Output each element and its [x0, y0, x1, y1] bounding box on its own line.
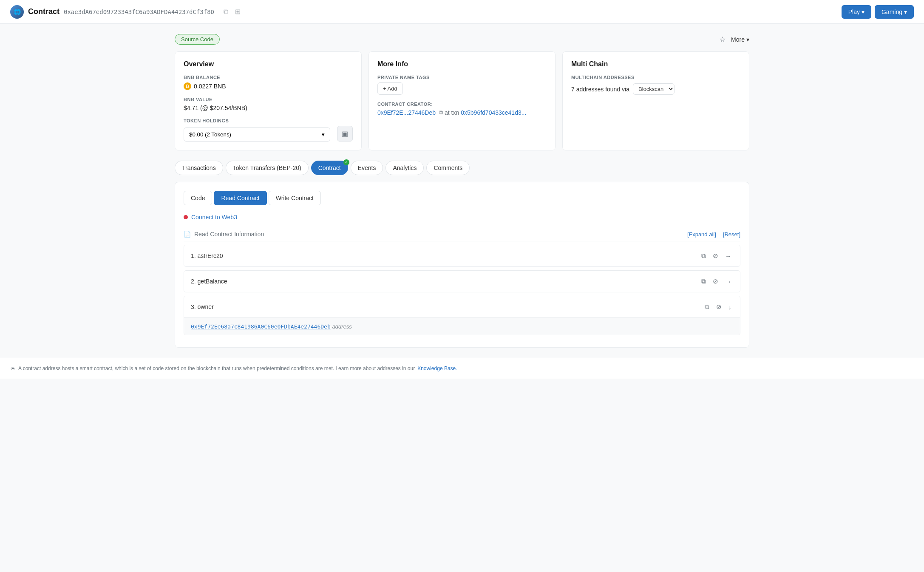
creator-address-link[interactable]: 0x9Ef72E...27446Deb: [377, 109, 436, 116]
qr-code-button[interactable]: ⊞: [233, 6, 242, 17]
main-content: Source Code ☆ More ▾ Overview BNB BALANC…: [164, 24, 760, 358]
play-button[interactable]: Play ▾: [842, 5, 871, 19]
footer-text: A contract address hosts a smart contrac…: [18, 365, 415, 371]
overview-title: Overview: [184, 60, 353, 68]
txn-address-link[interactable]: 0x5b96fd70433ce41d3...: [461, 109, 526, 116]
sub-tab-code[interactable]: Code: [184, 191, 212, 205]
tab-contract[interactable]: Contract ✓: [311, 161, 348, 175]
contract-section: Code Read Contract Write Contract Connec…: [175, 182, 749, 348]
source-code-badge[interactable]: Source Code: [175, 34, 220, 45]
contract-item-2-link[interactable]: ⊘: [711, 277, 720, 286]
more-info-title: More Info: [377, 60, 547, 68]
header-right: Play ▾ Gaming ▾: [842, 5, 914, 19]
contract-item-2-actions: ⧉ ⊘ →: [700, 277, 733, 286]
bnb-value-label: BNB VALUE: [184, 97, 353, 102]
token-holdings-row: $0.00 (2 Tokens) ▾ ▣: [184, 126, 353, 142]
contract-verified-icon: ✓: [343, 159, 349, 165]
multi-chain-card: Multi Chain MULTICHAIN ADDRESSES 7 addre…: [562, 51, 749, 150]
contract-item-1: 1. astrErc20 ⧉ ⊘ →: [184, 245, 740, 267]
wallet-icon-button[interactable]: ▣: [337, 126, 353, 142]
contract-item-3-name: 3. owner: [191, 303, 214, 310]
gaming-button[interactable]: Gaming ▾: [875, 5, 914, 19]
add-private-name-button[interactable]: + Add: [377, 82, 403, 95]
contract-item-1-link[interactable]: ⊘: [711, 251, 720, 261]
contract-item-3-actions: ⧉ ⊘ ↓: [703, 302, 734, 311]
creator-copy-icon[interactable]: ⧉: [439, 109, 443, 116]
star-button[interactable]: ☆: [719, 35, 726, 44]
sub-tab-write-contract[interactable]: Write Contract: [269, 191, 321, 205]
multichain-row: 7 addresses found via Blockscan: [571, 83, 740, 95]
addresses-found-text: 7 addresses found via: [571, 86, 629, 93]
address-label: address: [332, 323, 352, 330]
contract-item-1-expand[interactable]: →: [723, 252, 733, 261]
contract-item-2-expand[interactable]: →: [723, 277, 733, 286]
page-title: Contract: [28, 7, 60, 16]
header-left: 🌐 Contract 0xae3dA67ed09723343fC6a93ADFD…: [10, 5, 242, 19]
contract-creator-label: CONTRACT CREATOR:: [377, 102, 547, 107]
tabs-row: Transactions Token Transfers (BEP-20) Co…: [175, 161, 749, 175]
footer-icon: ☀: [10, 365, 16, 372]
header-action-icons: ⧉ ⊞: [222, 6, 242, 17]
disconnect-indicator: [184, 215, 188, 219]
contract-item-3-body: 0x9Ef72Ee68a7c841986A0C60e0FDbAE4e27446D…: [184, 317, 740, 335]
token-holdings-label: TOKEN HOLDINGS: [184, 118, 353, 123]
contract-item-2-header: 2. getBalance ⧉ ⊘ →: [184, 271, 740, 292]
contract-item-1-copy[interactable]: ⧉: [700, 251, 708, 261]
logo-icon: 🌐: [14, 8, 21, 15]
blockscan-select[interactable]: Blockscan: [633, 83, 675, 95]
page-header: 🌐 Contract 0xae3dA67ed09723343fC6a93ADFD…: [0, 0, 924, 24]
contract-item-3-header: 3. owner ⧉ ⊘ ↓: [184, 296, 740, 317]
site-logo: 🌐: [10, 5, 24, 19]
connect-web3-link[interactable]: Connect to Web3: [191, 214, 237, 221]
creator-row: 0x9Ef72E...27446Deb ⧉ at txn 0x5b96fd704…: [377, 109, 547, 116]
tab-token-transfers[interactable]: Token Transfers (BEP-20): [226, 161, 309, 175]
expand-all-link[interactable]: [Expand all]: [687, 231, 716, 238]
contract-item-3-link[interactable]: ⊘: [714, 302, 723, 311]
read-info-left: 📄 Read Contract Information: [184, 231, 264, 238]
overview-card: Overview BNB BALANCE B 0.0227 BNB BNB VA…: [175, 51, 362, 150]
contract-item-2-copy[interactable]: ⧉: [700, 277, 708, 286]
contract-item-1-actions: ⧉ ⊘ →: [700, 251, 733, 261]
contract-item-2: 2. getBalance ⧉ ⊘ →: [184, 270, 740, 292]
read-info-label: Read Contract Information: [194, 231, 264, 238]
contract-item-2-name: 2. getBalance: [191, 278, 227, 285]
reset-link[interactable]: [Reset]: [723, 231, 740, 238]
read-info-doc-icon: 📄: [184, 231, 191, 238]
more-button[interactable]: More ▾: [731, 36, 749, 43]
tab-transactions[interactable]: Transactions: [175, 161, 223, 175]
contract-address: 0xae3dA67ed09723343fC6a93ADFDA44237dCf3f…: [64, 8, 214, 15]
owner-address-link[interactable]: 0x9Ef72Ee68a7c841986A0C60e0FDbAE4e27446D…: [191, 323, 331, 330]
token-holdings-dropdown[interactable]: $0.00 (2 Tokens) ▾: [184, 127, 330, 142]
sub-tab-read-contract[interactable]: Read Contract: [214, 191, 266, 205]
top-bar: Source Code ☆ More ▾: [175, 34, 749, 45]
tab-events[interactable]: Events: [351, 161, 383, 175]
cards-row: Overview BNB BALANCE B 0.0227 BNB BNB VA…: [175, 51, 749, 150]
top-bar-right: ☆ More ▾: [719, 35, 749, 44]
contract-item-3-copy[interactable]: ⧉: [703, 302, 711, 311]
read-info-row: 📄 Read Contract Information [Expand all]…: [184, 227, 740, 241]
tab-comments[interactable]: Comments: [426, 161, 470, 175]
read-info-right: [Expand all] [Reset]: [687, 231, 740, 238]
contract-item-1-header: 1. astrErc20 ⧉ ⊘ →: [184, 245, 740, 266]
sub-tabs: Code Read Contract Write Contract: [184, 191, 740, 205]
at-txn-text: at txn: [445, 109, 459, 116]
private-name-tags-label: PRIVATE NAME TAGS: [377, 75, 547, 80]
bnb-value: $4.71 (@ $207.54/BNB): [184, 105, 353, 111]
page-footer: ☀ A contract address hosts a smart contr…: [0, 358, 924, 379]
bnb-coin-icon: B: [184, 82, 191, 90]
copy-address-button[interactable]: ⧉: [222, 6, 230, 17]
multichain-addresses-label: MULTICHAIN ADDRESSES: [571, 75, 740, 80]
multi-chain-title: Multi Chain: [571, 60, 740, 68]
bnb-balance-value: B 0.0227 BNB: [184, 82, 353, 90]
bnb-balance-label: BNB BALANCE: [184, 75, 353, 80]
connect-web3-row: Connect to Web3: [184, 214, 740, 221]
contract-item-3: 3. owner ⧉ ⊘ ↓ 0x9Ef72Ee68a7c841986A0C60…: [184, 296, 740, 335]
contract-item-1-name: 1. astrErc20: [191, 252, 223, 259]
contract-item-3-toggle[interactable]: ↓: [727, 303, 734, 311]
tab-analytics[interactable]: Analytics: [385, 161, 424, 175]
more-info-card: More Info PRIVATE NAME TAGS + Add CONTRA…: [368, 51, 556, 150]
knowledge-base-link[interactable]: Knowledge Base.: [417, 365, 457, 371]
